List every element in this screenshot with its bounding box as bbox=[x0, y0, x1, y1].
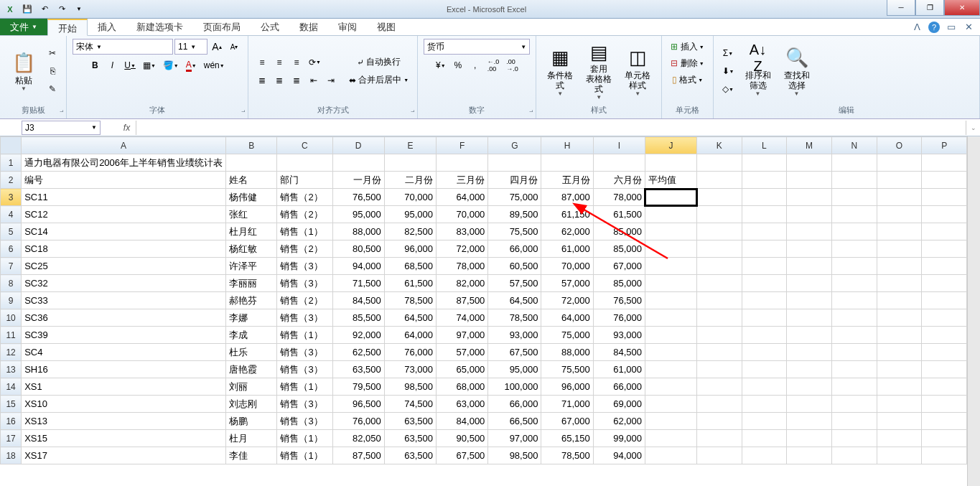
cell[interactable] bbox=[787, 154, 832, 172]
cell[interactable] bbox=[697, 361, 742, 378]
cell[interactable]: 79,500 bbox=[332, 378, 384, 396]
cell[interactable]: 61,000 bbox=[541, 240, 593, 258]
font-size-combo[interactable]: 11▼ bbox=[174, 39, 207, 55]
cell[interactable]: 71,000 bbox=[541, 396, 593, 413]
cell[interactable] bbox=[697, 154, 742, 172]
cell[interactable]: 五月份 bbox=[541, 172, 593, 189]
cell[interactable]: XS1 bbox=[22, 378, 226, 396]
cell[interactable]: 63,500 bbox=[332, 361, 384, 378]
cell[interactable] bbox=[787, 430, 832, 447]
cell[interactable]: 67,000 bbox=[541, 413, 593, 430]
cell[interactable] bbox=[787, 189, 832, 206]
column-header-K[interactable]: K bbox=[697, 137, 742, 154]
cell[interactable] bbox=[922, 206, 967, 223]
cell[interactable]: 67,500 bbox=[488, 344, 541, 361]
cell[interactable] bbox=[742, 275, 786, 292]
cell[interactable] bbox=[787, 344, 832, 361]
cell[interactable] bbox=[877, 344, 922, 361]
cell[interactable] bbox=[645, 309, 696, 327]
row-header-5[interactable]: 5 bbox=[1, 223, 22, 240]
cell[interactable]: 85,000 bbox=[593, 275, 645, 292]
tab-新建选项卡[interactable]: 新建选项卡 bbox=[126, 19, 193, 35]
cell[interactable]: 78,500 bbox=[488, 309, 541, 327]
cell[interactable]: 76,000 bbox=[384, 344, 436, 361]
column-header-N[interactable]: N bbox=[831, 137, 877, 154]
cell[interactable]: 67,500 bbox=[437, 447, 488, 464]
cell[interactable]: 78,000 bbox=[437, 258, 488, 275]
cell[interactable] bbox=[922, 189, 967, 206]
cell[interactable]: 销售（1） bbox=[277, 327, 332, 344]
paste-button[interactable]: 📋 粘贴 ▼ bbox=[6, 42, 42, 100]
cell[interactable] bbox=[787, 378, 832, 396]
cell[interactable]: 89,500 bbox=[488, 206, 541, 223]
cell[interactable] bbox=[645, 258, 696, 275]
cell[interactable]: SC36 bbox=[22, 309, 226, 327]
cell[interactable] bbox=[922, 378, 967, 396]
cell[interactable] bbox=[697, 396, 742, 413]
cell[interactable] bbox=[742, 361, 786, 378]
format-painter-button[interactable]: ✎ bbox=[45, 81, 60, 97]
cell[interactable]: SC32 bbox=[22, 275, 226, 292]
cell[interactable] bbox=[593, 154, 645, 172]
row-header-15[interactable]: 15 bbox=[1, 396, 22, 413]
phonetic-button[interactable]: wén▼ bbox=[201, 57, 228, 73]
font-name-combo[interactable]: 宋体▼ bbox=[73, 39, 173, 55]
cell[interactable]: 64,000 bbox=[437, 189, 488, 206]
cell[interactable]: 57,500 bbox=[488, 275, 541, 292]
copy-button[interactable]: ⎘ bbox=[45, 63, 60, 79]
border-button[interactable]: ▦▼ bbox=[140, 57, 159, 73]
shrink-font-button[interactable]: A▾ bbox=[226, 39, 242, 55]
cell[interactable] bbox=[645, 154, 696, 172]
cell[interactable]: 67,000 bbox=[593, 258, 645, 275]
cell[interactable] bbox=[877, 172, 922, 189]
autosum-button[interactable]: Σ▼ bbox=[719, 45, 737, 61]
row-header-8[interactable]: 8 bbox=[1, 275, 22, 292]
cell[interactable] bbox=[831, 327, 877, 344]
cell[interactable] bbox=[877, 258, 922, 275]
cell[interactable] bbox=[787, 206, 832, 223]
cell[interactable]: 75,000 bbox=[541, 327, 593, 344]
window-restore-icon[interactable]: ▭ bbox=[946, 22, 957, 33]
cell[interactable] bbox=[922, 292, 967, 309]
cell[interactable] bbox=[877, 223, 922, 240]
cell[interactable]: 66,500 bbox=[488, 413, 541, 430]
align-right-button[interactable]: ≣ bbox=[289, 73, 304, 88]
cell[interactable] bbox=[742, 223, 786, 240]
cell[interactable] bbox=[697, 309, 742, 327]
format-cells-button[interactable]: ▯ 格式▼ bbox=[669, 72, 706, 88]
cell[interactable] bbox=[645, 189, 696, 206]
cell[interactable] bbox=[742, 206, 786, 223]
merge-center-button[interactable]: ⬌ 合并后居中▼ bbox=[346, 73, 411, 88]
cell[interactable] bbox=[831, 223, 877, 240]
cell[interactable] bbox=[877, 396, 922, 413]
cell[interactable] bbox=[697, 430, 742, 447]
cell[interactable]: SC14 bbox=[22, 223, 226, 240]
cell[interactable] bbox=[922, 413, 967, 430]
tab-页面布局[interactable]: 页面布局 bbox=[193, 19, 251, 35]
cell[interactable] bbox=[787, 172, 832, 189]
cell[interactable]: 99,000 bbox=[593, 430, 645, 447]
comma-button[interactable]: , bbox=[467, 57, 483, 73]
close-button[interactable]: ✕ bbox=[944, 0, 980, 16]
row-header-14[interactable]: 14 bbox=[1, 378, 22, 396]
cell[interactable] bbox=[831, 240, 877, 258]
cell[interactable]: 66,000 bbox=[593, 378, 645, 396]
cut-button[interactable]: ✂ bbox=[45, 45, 60, 61]
underline-button[interactable]: U▼ bbox=[121, 57, 139, 73]
cell[interactable] bbox=[922, 240, 967, 258]
cell[interactable] bbox=[488, 154, 541, 172]
indent-increase-button[interactable]: ⇥ bbox=[323, 73, 339, 88]
cell[interactable]: 85,000 bbox=[593, 240, 645, 258]
cell[interactable] bbox=[877, 275, 922, 292]
cell[interactable]: 96,500 bbox=[332, 396, 384, 413]
formula-expand-button[interactable]: ⌄ bbox=[966, 121, 980, 135]
cell[interactable]: 63,500 bbox=[384, 447, 436, 464]
cell[interactable]: 97,000 bbox=[437, 327, 488, 344]
fill-button[interactable]: ⬇▼ bbox=[719, 63, 737, 79]
cell[interactable] bbox=[787, 223, 832, 240]
cell[interactable]: 90,500 bbox=[437, 430, 488, 447]
cell[interactable]: SC11 bbox=[22, 189, 226, 206]
vertical-scrollbar[interactable] bbox=[967, 136, 980, 486]
cell[interactable] bbox=[831, 258, 877, 275]
cell[interactable] bbox=[742, 413, 786, 430]
